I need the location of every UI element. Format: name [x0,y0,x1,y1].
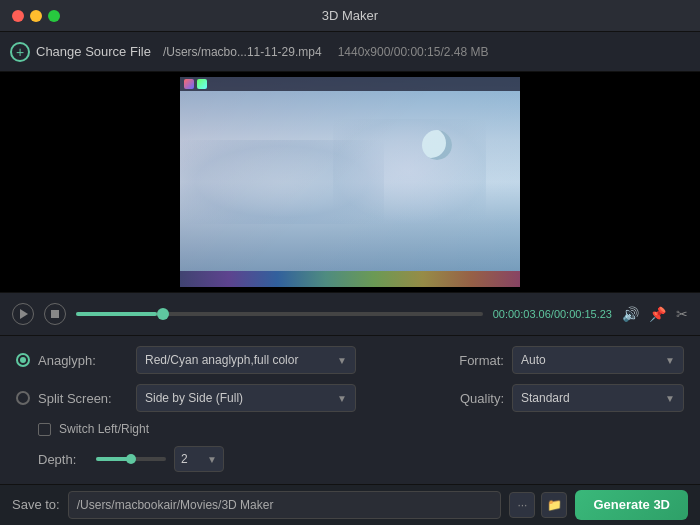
cloud-2 [333,119,486,224]
split-screen-radio[interactable] [16,391,30,405]
quality-value: Standard [521,391,570,405]
depth-slider-thumb[interactable] [126,454,136,464]
right-controls: Format: Auto ▼ Quality: Standard ▼ [444,346,684,474]
change-source-label: Change Source File [36,44,151,59]
anaglyph-row: Anaglyph: Red/Cyan anaglyph,full color ▼ [16,346,424,374]
window-title: 3D Maker [322,8,378,23]
split-screen-row: Split Screen: Side by Side (Full) ▼ [16,384,424,412]
save-to-label: Save to: [12,497,60,512]
stop-button[interactable] [44,303,66,325]
preview-taskbar [180,271,520,287]
format-dropdown[interactable]: Auto ▼ [512,346,684,374]
source-meta: 1440x900/00:00:15/2.48 MB [338,45,489,59]
save-path-text: /Users/macbookair/Movies/3D Maker [77,498,274,512]
anaglyph-value: Red/Cyan anaglyph,full color [145,353,298,367]
dots-icon: ··· [517,498,527,512]
quality-dropdown[interactable]: Standard ▼ [512,384,684,412]
save-path[interactable]: /Users/macbookair/Movies/3D Maker [68,491,502,519]
preview-icon-2 [197,79,207,89]
quality-arrow-icon: ▼ [665,393,675,404]
source-bar: + Change Source File /Users/macbo...11-1… [0,32,700,72]
anaglyph-radio-dot [20,357,26,363]
depth-value: 2 [181,452,188,466]
progress-track[interactable] [76,312,483,316]
depth-label: Depth: [38,452,88,467]
play-icon [20,309,28,319]
format-label: Format: [444,353,504,368]
sky-background [180,77,520,287]
plus-circle-icon: + [10,42,30,62]
progress-fill [76,312,157,316]
anaglyph-radio[interactable] [16,353,30,367]
split-screen-value: Side by Side (Full) [145,391,243,405]
format-arrow-icon: ▼ [665,355,675,366]
minimize-button[interactable] [30,10,42,22]
split-screen-dropdown[interactable]: Side by Side (Full) ▼ [136,384,356,412]
switch-lr-label: Switch Left/Right [59,422,149,436]
quality-row: Quality: Standard ▼ [444,384,684,412]
format-row: Format: Auto ▼ [444,346,684,374]
stop-icon [51,310,59,318]
video-preview-area [0,72,700,292]
split-screen-arrow-icon: ▼ [337,393,347,404]
source-info: /Users/macbo...11-11-29.mp4 1440x900/00:… [163,45,489,59]
switch-lr-checkbox[interactable] [38,423,51,436]
generate-3d-button[interactable]: Generate 3D [575,490,688,520]
format-value: Auto [521,353,546,367]
depth-value-dropdown[interactable]: 2 ▼ [174,446,224,472]
preview-topbar [180,77,520,91]
save-icons: ··· 📁 [509,492,567,518]
playback-extra-icons: 🔊 📌 ✂ [622,306,688,322]
anaglyph-arrow-icon: ▼ [337,355,347,366]
browse-button[interactable]: ··· [509,492,535,518]
folder-button[interactable]: 📁 [541,492,567,518]
scissors-icon[interactable]: ✂ [676,306,688,322]
traffic-lights [12,10,60,22]
switch-lr-row: Switch Left/Right [16,422,424,436]
pin-icon[interactable]: 📌 [649,306,666,322]
anaglyph-label: Anaglyph: [38,353,128,368]
split-screen-label: Split Screen: [38,391,128,406]
depth-arrow-icon: ▼ [207,454,217,465]
play-button[interactable] [12,303,34,325]
save-bar: Save to: /Users/macbookair/Movies/3D Mak… [0,484,700,524]
clouds [180,77,520,287]
playback-bar: 00:00:03.06/00:00:15.23 🔊 📌 ✂ [0,292,700,336]
source-path: /Users/macbo...11-11-29.mp4 [163,45,322,59]
change-source-button[interactable]: + Change Source File [10,42,151,62]
time-display: 00:00:03.06/00:00:15.23 [493,308,612,320]
left-controls: Anaglyph: Red/Cyan anaglyph,full color ▼… [16,346,424,474]
anaglyph-dropdown[interactable]: Red/Cyan anaglyph,full color ▼ [136,346,356,374]
folder-icon: 📁 [547,498,562,512]
controls-area: Anaglyph: Red/Cyan anaglyph,full color ▼… [0,336,700,484]
time-current: 00:00:03.06 [493,308,551,320]
progress-thumb[interactable] [157,308,169,320]
time-total: 00:00:15.23 [554,308,612,320]
titlebar: 3D Maker [0,0,700,32]
preview-icon-1 [184,79,194,89]
quality-label: Quality: [444,391,504,406]
close-button[interactable] [12,10,24,22]
depth-slider[interactable] [96,457,166,461]
volume-icon[interactable]: 🔊 [622,306,639,322]
depth-row: Depth: 2 ▼ [16,446,424,472]
maximize-button[interactable] [48,10,60,22]
video-preview [180,77,520,287]
moon [422,130,452,160]
